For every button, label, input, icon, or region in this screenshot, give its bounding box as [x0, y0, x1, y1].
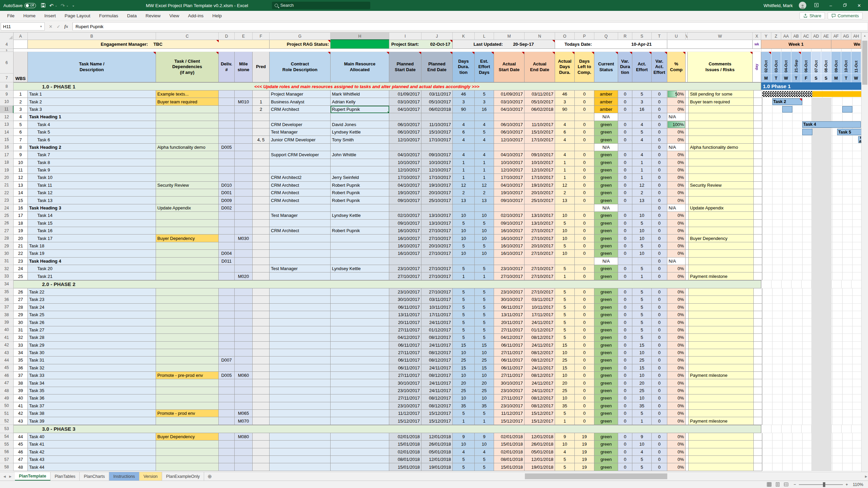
column-header-H[interactable]: H: [331, 33, 389, 40]
cell-act-effort[interactable]: 10: [632, 394, 652, 402]
cell-milestone[interactable]: [235, 296, 253, 303]
cell-deliverable[interactable]: [219, 242, 235, 250]
cell-pct-complete[interactable]: 0%: [667, 319, 686, 326]
cell-wk[interactable]: [754, 372, 762, 379]
cell-task-name[interactable]: Task 32: [28, 364, 156, 372]
cell-actual-days[interactable]: 10: [555, 212, 575, 219]
cell-pct-complete[interactable]: 0%: [667, 265, 686, 272]
cell-task-name[interactable]: Task 5: [28, 128, 156, 136]
cell-var-duration[interactable]: 0: [618, 197, 632, 204]
cell-comment[interactable]: [689, 265, 754, 272]
cell-actual-start[interactable]: 23/10/2017: [494, 288, 525, 296]
cell-spacer[interactable]: [686, 174, 689, 181]
cell-days-duration[interactable]: 4: [453, 121, 475, 128]
column-header-L[interactable]: L: [475, 33, 494, 40]
cell-var-duration[interactable]: [618, 113, 632, 121]
cell-est-effort[interactable]: 5: [475, 296, 494, 303]
cell-resource[interactable]: [331, 357, 389, 364]
cell-spacer[interactable]: [686, 364, 689, 372]
cell-actual-end[interactable]: 12/01/2018: [525, 456, 555, 463]
cell-wbs[interactable]: 17: [14, 212, 28, 219]
cell-wk[interactable]: [754, 113, 762, 121]
cell-actual-start[interactable]: 27/11/2017: [494, 326, 525, 334]
autosave-pill[interactable]: Off: [24, 3, 36, 8]
cell-days-duration[interactable]: [453, 204, 475, 212]
cell-days-left[interactable]: 0: [575, 90, 594, 98]
cell-comment[interactable]: Payment milestone: [689, 417, 754, 425]
cell-days-duration[interactable]: [453, 258, 475, 265]
cell-actual-start[interactable]: [494, 204, 525, 212]
cell-est-effort[interactable]: 5: [475, 304, 494, 311]
cell-var-duration[interactable]: 0: [618, 98, 632, 105]
cell-wk[interactable]: [754, 441, 762, 448]
cell-days-left[interactable]: 0: [575, 417, 594, 425]
cell-est-effort[interactable]: [475, 258, 494, 265]
cell-act-effort[interactable]: [632, 204, 652, 212]
row-header-28[interactable]: 28: [0, 235, 14, 242]
cell-planned-start[interactable]: 30/10/2017: [389, 296, 421, 303]
cell-resource[interactable]: [331, 258, 389, 265]
cell-actual-end[interactable]: [525, 204, 555, 212]
cell-est-effort[interactable]: 16: [475, 106, 494, 113]
cell-dependency[interactable]: [156, 357, 219, 364]
cell-dependency[interactable]: [156, 113, 219, 121]
zoom-slider-thumb[interactable]: [823, 482, 825, 487]
cell-wbs[interactable]: 22: [14, 250, 28, 257]
cell-days-left[interactable]: 0: [575, 296, 594, 303]
cell-planned-end[interactable]: 27/10/2017: [421, 288, 453, 296]
cell-actual-start[interactable]: 15/12/2017: [494, 417, 525, 425]
cell-resource[interactable]: [331, 394, 389, 402]
cell-planned-start[interactable]: 10/10/2017: [389, 159, 421, 166]
row-header-34[interactable]: 34: [0, 280, 14, 288]
cell-var-act-effort[interactable]: 0: [652, 387, 667, 394]
cell-actual-days[interactable]: 1: [555, 159, 575, 166]
cell-actual-end[interactable]: 08/12/2017: [525, 349, 555, 357]
cell-predecessor[interactable]: [253, 372, 270, 379]
cell-deliverable[interactable]: [219, 311, 235, 319]
header-var_act_effort[interactable]: Var. Act. Effort: [652, 52, 667, 82]
cell-var-duration[interactable]: [618, 258, 632, 265]
cell-resource[interactable]: [331, 410, 389, 417]
cell-wbs[interactable]: 7: [14, 136, 28, 143]
zoom-in-icon[interactable]: +: [846, 482, 848, 487]
cell-predecessor[interactable]: [253, 258, 270, 265]
cell-milestone[interactable]: [235, 265, 253, 272]
cell-est-effort[interactable]: 5: [475, 128, 494, 136]
cell-role[interactable]: [270, 410, 331, 417]
cell-resource[interactable]: Tony Smith: [331, 136, 389, 143]
cell-actual-start[interactable]: [494, 144, 525, 151]
cell-predecessor[interactable]: [253, 235, 270, 242]
cell-days-left[interactable]: 0: [575, 357, 594, 364]
cell-days-duration[interactable]: 5: [453, 265, 475, 272]
cell-pct-complete[interactable]: 0%: [667, 379, 686, 387]
cell-deliverable[interactable]: [219, 349, 235, 357]
cell-est-effort[interactable]: 10: [475, 372, 494, 379]
cell-pct-complete[interactable]: 0%: [667, 456, 686, 463]
cell-act-effort[interactable]: 10: [632, 250, 652, 257]
cell-days-left[interactable]: 0: [575, 189, 594, 197]
close-button[interactable]: ✕: [855, 3, 863, 8]
cell-role[interactable]: Test Manager: [270, 128, 331, 136]
cell-wbs[interactable]: 16: [14, 204, 28, 212]
cell-planned-end[interactable]: 25/10/2017: [421, 197, 453, 204]
column-header-AE[interactable]: AE: [821, 33, 831, 40]
cell-dependency[interactable]: [156, 136, 219, 143]
header-dep[interactable]: Task / Client Dependencies (if any): [156, 52, 219, 82]
cell-wbs[interactable]: 31: [14, 326, 28, 334]
cell-pct-complete[interactable]: 0%: [667, 311, 686, 319]
cell-var-act-effort[interactable]: 0: [652, 334, 667, 341]
cell-actual-days[interactable]: 46: [555, 90, 575, 98]
cell-var-duration[interactable]: 0: [618, 235, 632, 242]
cell-act-effort[interactable]: 5: [632, 311, 652, 319]
cell-spacer[interactable]: [686, 197, 689, 204]
cell-actual-end[interactable]: 08/12/2017: [525, 334, 555, 341]
cell-actual-start[interactable]: 02/01/2018: [494, 448, 525, 456]
cell-predecessor[interactable]: [253, 90, 270, 98]
cell-act-effort[interactable]: 5: [632, 334, 652, 341]
gantt-date-column-03-Oct[interactable]: 03-OctT: [771, 52, 782, 82]
cell-comment[interactable]: [689, 304, 754, 311]
row-header-36[interactable]: 36: [0, 296, 14, 303]
cell-resource[interactable]: [331, 204, 389, 212]
column-header-M[interactable]: M: [494, 33, 525, 40]
cell-var-act-effort[interactable]: 0: [652, 212, 667, 219]
